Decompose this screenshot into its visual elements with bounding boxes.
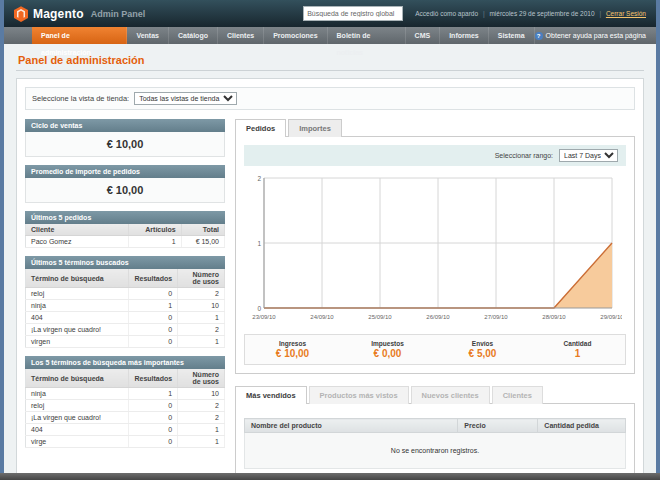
widget-title: Los 5 términos de búsqueda más important… bbox=[25, 356, 225, 369]
dashboard-panel: Seleccione la vista de tienda: Todas las… bbox=[16, 78, 644, 473]
grid-empty-row: No se encontraron registros. bbox=[245, 433, 626, 469]
table-cell: 1 bbox=[178, 312, 225, 324]
table-row[interactable]: reloj02 bbox=[26, 400, 225, 412]
table-cell: € 15,00 bbox=[181, 236, 224, 248]
table-row[interactable]: ninja110 bbox=[26, 388, 225, 400]
total-impuestos: Impuestos€ 0,00 bbox=[340, 335, 435, 364]
dashboard-columns: Ciclo de ventas € 10,00 Promedio de impo… bbox=[25, 119, 635, 473]
nav-item-sales[interactable]: Ventas bbox=[127, 27, 169, 44]
range-select[interactable]: Last 7 Days bbox=[559, 149, 618, 162]
table-cell: 0 bbox=[129, 288, 178, 300]
page-title: Panel de administración bbox=[18, 54, 644, 66]
separator: | bbox=[599, 10, 601, 17]
table-cell: 404 bbox=[26, 312, 129, 324]
total-value: € 10,00 bbox=[245, 348, 340, 359]
left-column: Ciclo de ventas € 10,00 Promedio de impo… bbox=[25, 119, 225, 456]
svg-text:0: 0 bbox=[257, 305, 261, 312]
tab-customers[interactable]: Clientes bbox=[492, 386, 543, 404]
svg-text:25/09/10: 25/09/10 bbox=[368, 314, 392, 320]
logout-link[interactable]: Cerrar Sesión bbox=[606, 10, 646, 17]
brand-name: Magento bbox=[33, 7, 84, 21]
nav-item-system[interactable]: Sistema bbox=[489, 27, 535, 44]
grid-tabs: Más vendidosProductos más vistosNuevos c… bbox=[235, 386, 635, 404]
table-cell: 0 bbox=[129, 312, 178, 324]
column-header: Artículos bbox=[129, 224, 181, 236]
nav-item-promotions[interactable]: Promociones bbox=[264, 27, 327, 44]
last-search-table-host: Término de búsquedaResultadosNúmero de u… bbox=[25, 269, 225, 348]
widget-lifetime-sales: Ciclo de ventas € 10,00 bbox=[25, 119, 225, 157]
title-divider bbox=[16, 70, 644, 71]
table-row[interactable]: ¡La virgen que cuadro!02 bbox=[26, 324, 225, 336]
table-row[interactable]: ¡La virgen que cuadro!02 bbox=[26, 412, 225, 424]
widget-average-orders: Promedio de importe de pedidos € 10,00 bbox=[25, 165, 225, 203]
main-nav-bar: Panel de administraciónVentasCatálogoCli… bbox=[4, 27, 656, 44]
nav-item-cms[interactable]: CMS bbox=[406, 27, 441, 44]
table-cell: 1 bbox=[129, 300, 178, 312]
widget-last-search-terms: Últimos 5 términos buscados Término de b… bbox=[25, 256, 225, 348]
tab-bestsellers[interactable]: Más vendidos bbox=[235, 386, 307, 404]
header-row: Término de búsquedaResultadosNúmero de u… bbox=[26, 269, 225, 288]
table-cell: 0 bbox=[129, 412, 178, 424]
widget-last-orders: Últimos 5 pedidos ClienteArtículosTotalP… bbox=[25, 211, 225, 248]
nav-item-dashboard[interactable]: Panel de administración bbox=[32, 27, 127, 44]
taskbar-strip bbox=[0, 473, 660, 480]
table-cell: 2 bbox=[178, 412, 225, 424]
nav-item-reports[interactable]: Informes bbox=[440, 27, 489, 44]
table-cell: 10 bbox=[178, 388, 225, 400]
nav-item-customers[interactable]: Clientes bbox=[218, 27, 264, 44]
widget-title: Últimos 5 pedidos bbox=[25, 211, 225, 224]
tab-new-customers[interactable]: Nuevos clientes bbox=[411, 386, 490, 404]
products-grid: Nombre del productoPrecioCantidad pedida… bbox=[244, 418, 626, 469]
tab-amounts[interactable]: Importes bbox=[288, 119, 342, 137]
widget-title: Ciclo de ventas bbox=[25, 119, 225, 132]
total-value: 1 bbox=[530, 348, 625, 359]
login-info: Accedió como apardo | miércoles 29 de se… bbox=[415, 10, 646, 17]
table-row[interactable]: ninja110 bbox=[26, 300, 225, 312]
logged-in-as: Accedió como apardo bbox=[415, 10, 478, 17]
help-link[interactable]: ? Obtener ayuda para esta página bbox=[535, 27, 656, 44]
tab-most-viewed[interactable]: Productos más vistos bbox=[309, 386, 409, 404]
widget-title: Promedio de importe de pedidos bbox=[25, 165, 225, 178]
column-header: Resultados bbox=[129, 369, 178, 388]
main-nav: Panel de administraciónVentasCatálogoCli… bbox=[32, 27, 535, 44]
widget-top-search-terms: Los 5 términos de búsqueda más important… bbox=[25, 356, 225, 448]
table-cell: 2 bbox=[178, 400, 225, 412]
table-cell: 1 bbox=[129, 388, 178, 400]
table-row[interactable]: virgen01 bbox=[26, 336, 225, 348]
table-cell: 2 bbox=[178, 324, 225, 336]
nav-item-catalog[interactable]: Catálogo bbox=[169, 27, 218, 44]
tab-orders[interactable]: Pedidos bbox=[235, 119, 286, 137]
grid-column-header: Cantidad pedida bbox=[538, 419, 626, 433]
table-cell: 0 bbox=[129, 436, 178, 448]
store-view-row: Seleccione la vista de tienda: Todas las… bbox=[25, 87, 635, 110]
window: Magento Admin Panel Accedió como apardo … bbox=[0, 0, 660, 480]
svg-text:28/09/10: 28/09/10 bbox=[542, 314, 566, 320]
grid-column-header: Precio bbox=[458, 419, 538, 433]
last-orders-table-host: ClienteArtículosTotalPaco Gomez1€ 15,00 bbox=[25, 224, 225, 248]
store-view-select[interactable]: Todas las vistas de tienda bbox=[134, 92, 237, 105]
total-value: € 5,00 bbox=[435, 348, 530, 359]
table-row[interactable]: 40401 bbox=[26, 424, 225, 436]
nav-item-newsletter[interactable]: Boletín de noticias bbox=[328, 27, 406, 44]
top-search-table-host: Término de búsquedaResultadosNúmero de u… bbox=[25, 369, 225, 448]
table-cell: 1 bbox=[178, 424, 225, 436]
table-cell: reloj bbox=[26, 400, 129, 412]
bestsellers-tab-panel: Nombre del productoPrecioCantidad pedida… bbox=[235, 403, 635, 473]
global-search-input[interactable] bbox=[303, 6, 403, 21]
data-table: Término de búsquedaResultadosNúmero de u… bbox=[25, 269, 225, 348]
table-row[interactable]: Paco Gomez1€ 15,00 bbox=[26, 236, 225, 248]
column-header: Término de búsqueda bbox=[26, 369, 129, 388]
orders-area-chart: 01223/09/1024/09/1025/09/1026/09/1027/09… bbox=[248, 172, 622, 324]
svg-text:2: 2 bbox=[257, 175, 261, 182]
table-cell: ninja bbox=[26, 300, 129, 312]
column-header: Cliente bbox=[26, 224, 129, 236]
table-cell: virgen bbox=[26, 336, 129, 348]
widget-title: Últimos 5 términos buscados bbox=[25, 256, 225, 269]
svg-text:24/09/10: 24/09/10 bbox=[310, 314, 334, 320]
table-row[interactable]: reloj02 bbox=[26, 288, 225, 300]
range-label: Seleccionar rango: bbox=[495, 152, 553, 159]
table-row[interactable]: virge01 bbox=[26, 436, 225, 448]
table-row[interactable]: 40401 bbox=[26, 312, 225, 324]
column-header: Término de búsqueda bbox=[26, 269, 129, 288]
store-view-label: Seleccione la vista de tienda: bbox=[32, 94, 129, 103]
